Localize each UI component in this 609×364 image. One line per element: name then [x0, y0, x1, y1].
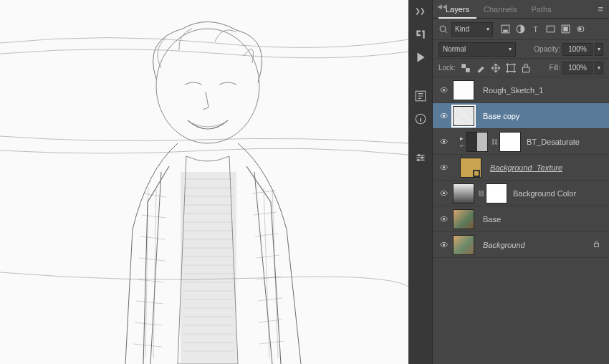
layer-row[interactable]: Background [433, 232, 609, 258]
lock-artboard-icon[interactable] [505, 62, 517, 74]
svg-rect-20 [522, 67, 529, 72]
fill-label: Fill: [549, 64, 560, 72]
blend-mode-value: Normal [443, 45, 466, 53]
svg-rect-2 [181, 172, 236, 364]
mask-link-icon[interactable]: ⛓ [491, 132, 498, 152]
info-icon[interactable] [413, 112, 428, 126]
document-canvas[interactable] [0, 0, 408, 364]
fill-flyout-icon[interactable]: ▾ [595, 62, 603, 75]
svg-rect-30 [594, 244, 598, 247]
lock-position-icon[interactable] [490, 62, 502, 74]
svg-point-7 [416, 159, 418, 161]
collapsed-panel-strip [408, 0, 433, 364]
visibility-toggle-icon[interactable] [437, 240, 450, 249]
filter-adjustment-icon[interactable] [515, 24, 526, 34]
opacity-value[interactable]: 100% [562, 43, 593, 56]
svg-point-5 [418, 154, 420, 156]
layer-thumbnail[interactable] [453, 80, 474, 100]
layer-name[interactable]: Background_Texture [490, 163, 562, 172]
svg-rect-26 [474, 171, 479, 176]
adjustment-thumbnail[interactable] [453, 183, 474, 203]
svg-point-28 [442, 218, 444, 220]
svg-point-29 [442, 244, 444, 246]
layers-panel: ◀◀ Layers Channels Paths ≡ Kind▾ T Norma… [433, 0, 609, 364]
visibility-toggle-icon[interactable] [437, 137, 450, 146]
svg-point-6 [421, 156, 423, 158]
svg-point-24 [442, 166, 444, 168]
layer-filter-bar: Kind▾ T [433, 19, 609, 40]
visibility-toggle-icon[interactable] [437, 163, 450, 172]
fill-value[interactable]: 100% [562, 62, 593, 75]
mask-link-icon[interactable]: ⛓ [477, 183, 484, 203]
opacity-label: Opacity: [534, 45, 560, 53]
svg-rect-18 [466, 68, 470, 72]
lock-all-icon[interactable] [520, 62, 532, 74]
svg-point-8 [440, 26, 446, 32]
svg-rect-10 [503, 30, 507, 32]
panel-tab-bar: ◀◀ Layers Channels Paths ≡ [433, 0, 609, 19]
blend-mode-dropdown[interactable]: Normal▾ [438, 42, 516, 57]
layer-row[interactable]: Base [433, 206, 609, 232]
svg-rect-19 [507, 64, 514, 71]
lock-icon [593, 240, 600, 249]
layer-row[interactable]: Background_Texture [433, 155, 609, 181]
layer-row[interactable]: Rough_Sketch_1 [433, 77, 609, 103]
panel-menu-icon[interactable]: ≡ [598, 4, 603, 14]
layer-name[interactable]: Rough_Sketch_1 [483, 86, 543, 95]
filter-smart-icon[interactable] [560, 24, 571, 34]
blend-mode-row: Normal▾ Opacity: 100% ▾ [433, 40, 609, 59]
adjustment-thumbnail[interactable] [466, 132, 488, 152]
visibility-toggle-icon[interactable] [437, 111, 450, 120]
actions-play-icon[interactable] [413, 50, 428, 64]
visibility-toggle-icon[interactable] [437, 85, 450, 95]
svg-rect-12 [547, 26, 555, 32]
layer-name[interactable]: BT_Desaturate [527, 138, 580, 146]
svg-rect-14 [563, 27, 567, 31]
lock-pixels-icon[interactable] [475, 62, 486, 74]
lock-row: Lock: Fill: 100% ▾ [433, 59, 609, 77]
layer-name[interactable]: Base copy [483, 112, 519, 120]
filter-kind-dropdown[interactable]: Kind▾ [451, 22, 493, 37]
filter-type-icon[interactable]: T [530, 24, 541, 34]
layers-list: Rough_Sketch_1 Base copy ▸⌐ ⛓ BT_Desatur… [433, 77, 609, 364]
sketch-image [0, 0, 408, 364]
svg-point-21 [442, 89, 444, 91]
layer-mask-thumbnail[interactable] [486, 183, 507, 203]
tab-channels[interactable]: Channels [476, 1, 524, 18]
search-icon [438, 24, 449, 34]
layer-thumbnail[interactable] [453, 209, 474, 229]
lock-transparency-icon[interactable] [460, 62, 471, 74]
layer-row[interactable]: ⛓ Background Color [433, 181, 609, 206]
layer-thumbnail[interactable] [453, 235, 474, 255]
layer-row[interactable]: ▸⌐ ⛓ BT_Desaturate [433, 129, 609, 155]
layer-row[interactable]: Base copy [433, 103, 609, 129]
adjustments-icon[interactable] [413, 150, 428, 165]
svg-point-16 [578, 27, 581, 30]
filter-kind-label: Kind [455, 25, 469, 33]
layer-mask-thumbnail[interactable] [499, 132, 521, 152]
layer-name[interactable]: Base [483, 215, 501, 224]
svg-point-27 [442, 192, 444, 194]
properties-icon[interactable] [413, 89, 428, 103]
clip-indicator-icon: ▸⌐ [460, 135, 464, 149]
layer-thumbnail[interactable] [453, 106, 474, 126]
filter-pixel-icon[interactable] [500, 24, 511, 34]
collapse-panel-icon[interactable]: ◀◀ [437, 3, 447, 10]
collapse-arrows-icon[interactable] [413, 4, 428, 19]
svg-point-23 [442, 140, 444, 143]
tab-paths[interactable]: Paths [524, 1, 559, 18]
filter-toggle-icon[interactable] [575, 24, 586, 34]
layer-name[interactable]: Background Color [513, 189, 576, 198]
svg-point-22 [442, 115, 444, 117]
layer-name[interactable]: Background [483, 241, 525, 249]
svg-rect-17 [461, 64, 466, 68]
lock-label: Lock: [438, 64, 456, 72]
visibility-toggle-icon[interactable] [437, 188, 450, 198]
history-brush-icon[interactable] [413, 27, 428, 42]
layer-thumbnail[interactable] [460, 158, 481, 178]
visibility-toggle-icon[interactable] [437, 214, 450, 224]
opacity-flyout-icon[interactable]: ▾ [595, 43, 603, 56]
filter-shape-icon[interactable] [545, 24, 556, 34]
